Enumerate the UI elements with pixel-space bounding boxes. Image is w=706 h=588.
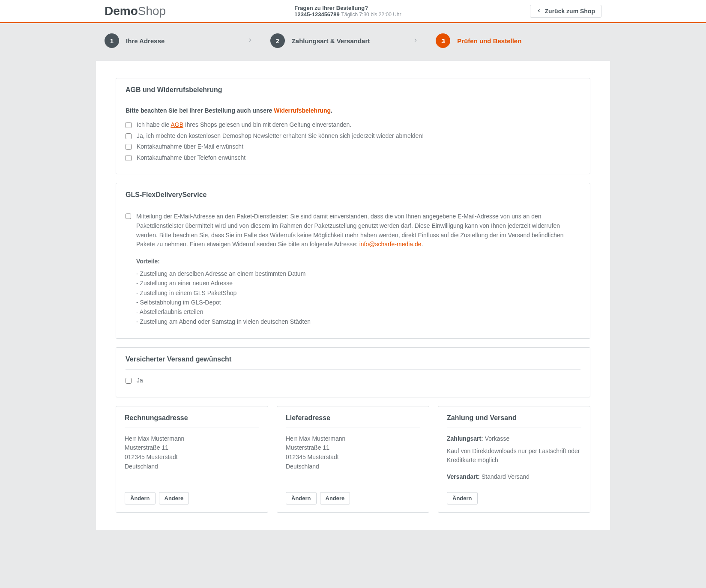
insured-label: Ja bbox=[137, 376, 143, 385]
newsletter-checkbox[interactable] bbox=[126, 133, 132, 139]
billing-other-button[interactable]: Andere bbox=[159, 492, 189, 504]
insured-checkbox-row: Ja bbox=[126, 376, 580, 385]
shipping-method-label: Versandart: bbox=[447, 473, 480, 480]
agb-panel-title: AGB und Widerrufsbelehrung bbox=[126, 86, 580, 100]
step-review-order[interactable]: 3 Prüfen und Bestellen bbox=[436, 33, 601, 48]
shop-logo: DemoShop bbox=[105, 4, 166, 18]
flex-advantages-title: Vorteile: bbox=[136, 257, 580, 266]
billing-address-panel: Rechnungsadresse Herr Max Mustermann Mus… bbox=[116, 406, 268, 513]
step-3-circle: 3 bbox=[436, 33, 450, 48]
withdrawal-link[interactable]: Widerrufsbelehrung bbox=[274, 107, 331, 114]
step-address[interactable]: 1 Ihre Adresse bbox=[105, 33, 270, 48]
payment-body: Zahlungsart: Vorkasse Kauf von Direktdow… bbox=[447, 434, 581, 482]
contact-email-checkbox[interactable] bbox=[126, 144, 132, 150]
step-1-circle: 1 bbox=[105, 33, 119, 48]
checkout-steps: 1 Ihre Adresse 2 Zahlungsart & Versandar… bbox=[96, 23, 610, 61]
billing-change-button[interactable]: Ändern bbox=[125, 492, 156, 504]
flex-delivery-panel: GLS-FlexDeliveryService Mitteilung der E… bbox=[116, 183, 590, 339]
step-3-label: Prüfen und Bestellen bbox=[457, 37, 521, 45]
agb-label: Ich habe die AGB Ihres Shops gelesen und… bbox=[137, 121, 351, 129]
contact-phone-checkbox-row: Kontakaufnahme über Telefon erwünscht bbox=[126, 154, 580, 162]
flex-checkbox-row: Mitteilung der E-Mail-Adresse an den Pak… bbox=[126, 212, 580, 326]
shipping-change-button[interactable]: Ändern bbox=[286, 492, 317, 504]
flex-delivery-checkbox[interactable] bbox=[126, 213, 131, 219]
contact-phone-label: Kontakaufnahme über Telefon erwünscht bbox=[137, 154, 245, 162]
agb-panel: AGB und Widerrufsbelehrung Bitte beachte… bbox=[116, 78, 590, 174]
logo-light: Shop bbox=[138, 4, 166, 18]
contact-phone-checkbox[interactable] bbox=[126, 155, 132, 161]
contact-email-checkbox-row: Kontakaufnahme über E-Mail erwünscht bbox=[126, 143, 580, 151]
shipping-body: Herr Max Mustermann Musterstraße 11 0123… bbox=[286, 434, 420, 482]
payment-method-label: Zahlungsart: bbox=[447, 435, 483, 442]
back-button-label: Zurück zum Shop bbox=[545, 8, 595, 15]
shipping-address-panel: Lieferadresse Herr Max Mustermann Muster… bbox=[277, 406, 429, 513]
flex-panel-title: GLS-FlexDeliveryService bbox=[126, 191, 580, 205]
step-2-label: Zahlungsart & Versandart bbox=[292, 37, 370, 45]
logo-bold: Demo bbox=[105, 4, 138, 18]
insured-shipping-panel: Versicherter Versand gewünscht Ja bbox=[116, 347, 590, 397]
contact-email-label: Kontakaufnahme über E-Mail erwünscht bbox=[137, 143, 243, 151]
billing-title: Rechnungsadresse bbox=[125, 414, 259, 427]
payment-note: Kauf von Direktdownloads nur per Lastsch… bbox=[447, 447, 581, 465]
flex-email-link[interactable]: info@scharfe-media.de bbox=[359, 241, 422, 248]
shipping-method-value: Standard Versand bbox=[480, 473, 530, 480]
newsletter-checkbox-row: Ja, ich möchte den kostenlosen Demoshop … bbox=[126, 132, 580, 140]
billing-body: Herr Max Mustermann Musterstraße 11 0123… bbox=[125, 434, 259, 482]
order-question-title: Fragen zu Ihrer Bestellung? bbox=[294, 5, 401, 11]
chevron-left-icon bbox=[536, 8, 541, 15]
agb-link[interactable]: AGB bbox=[171, 121, 183, 128]
payment-title: Zahlung und Versand bbox=[447, 414, 581, 427]
agb-checkbox-row: Ich habe die AGB Ihres Shops gelesen und… bbox=[126, 121, 580, 129]
header-bar: DemoShop Fragen zu Ihrer Bestellung? 123… bbox=[0, 0, 706, 23]
step-1-label: Ihre Adresse bbox=[126, 37, 165, 45]
flex-text-block: Mitteilung der E-Mail-Adresse an den Pak… bbox=[136, 212, 580, 326]
newsletter-label: Ja, ich möchte den kostenlosen Demoshop … bbox=[137, 132, 424, 140]
order-phone: 12345-123456789 bbox=[294, 11, 340, 18]
flex-advantages-list: - Zustellung an derselben Adresse an ein… bbox=[136, 269, 580, 326]
chevron-right-icon bbox=[247, 37, 253, 45]
withdrawal-notice: Bitte beachten Sie bei Ihrer Bestellung … bbox=[126, 107, 580, 114]
order-hours: Täglich 7:30 bis 22:00 Uhr bbox=[341, 12, 401, 18]
payment-method-value: Vorkasse bbox=[483, 435, 509, 442]
payment-change-button[interactable]: Ändern bbox=[447, 492, 478, 504]
insured-checkbox[interactable] bbox=[126, 378, 132, 384]
chevron-right-icon bbox=[413, 37, 419, 45]
address-payment-row: Rechnungsadresse Herr Max Mustermann Mus… bbox=[116, 406, 590, 513]
insured-panel-title: Versicherter Versand gewünscht bbox=[126, 355, 580, 370]
payment-shipping-panel: Zahlung und Versand Zahlungsart: Vorkass… bbox=[438, 406, 590, 513]
back-to-shop-button[interactable]: Zurück zum Shop bbox=[530, 5, 601, 18]
step-2-circle: 2 bbox=[270, 33, 285, 48]
main-content: AGB und Widerrufsbelehrung Bitte beachte… bbox=[96, 61, 610, 530]
shipping-other-button[interactable]: Andere bbox=[320, 492, 350, 504]
order-question-block: Fragen zu Ihrer Bestellung? 12345-123456… bbox=[294, 5, 401, 18]
shipping-title: Lieferadresse bbox=[286, 414, 420, 427]
agb-checkbox[interactable] bbox=[126, 122, 132, 128]
step-payment-shipping[interactable]: 2 Zahlungsart & Versandart bbox=[270, 33, 436, 48]
